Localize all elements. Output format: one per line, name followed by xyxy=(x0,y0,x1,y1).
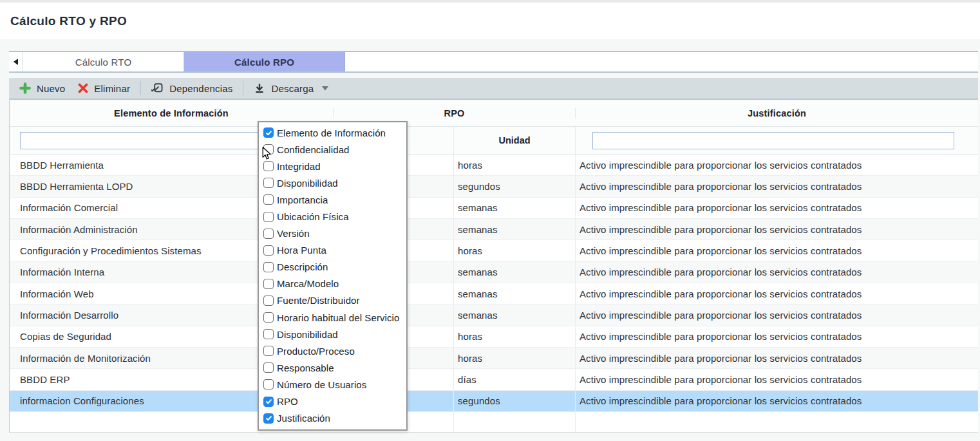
x-icon xyxy=(78,83,88,93)
column-menu-item-label: Horario habitual del Servicio xyxy=(277,312,400,323)
checkbox-checked-icon[interactable] xyxy=(263,397,274,407)
column-menu-item[interactable]: Marca/Modelo xyxy=(259,276,406,292)
cell-unidad: segundos xyxy=(454,176,576,196)
title-bar: Cálculo RTO y RPO xyxy=(0,3,980,39)
column-menu-item-label: Importancia xyxy=(277,194,328,205)
table-row[interactable]: Información ComercialsemanasActivo impre… xyxy=(10,198,978,219)
column-menu-item[interactable]: RPO xyxy=(259,393,406,410)
triangle-left-icon xyxy=(14,59,19,65)
tab-calculo-rpo[interactable]: Cálculo RPO xyxy=(184,52,345,71)
delete-button[interactable]: Eliminar xyxy=(78,83,130,94)
checkbox-unchecked-icon[interactable] xyxy=(263,379,274,389)
column-menu-item-label: Fuente/Distribuidor xyxy=(277,295,360,306)
cell-justificacion: Activo imprescindible para proporcionar … xyxy=(576,198,978,218)
table-row[interactable]: BBDD ERPdíasActivo imprescindible para p… xyxy=(10,369,978,390)
column-menu-item[interactable]: Disponibilidad xyxy=(259,174,406,191)
filter-cell-justificacion xyxy=(576,127,978,154)
cell-unidad: días xyxy=(454,369,576,389)
cell-justificacion: Activo imprescindible para proporcionar … xyxy=(576,262,978,283)
cell-unidad: segundos xyxy=(454,391,576,411)
column-menu-item[interactable]: Descripción xyxy=(259,259,406,276)
table-row[interactable]: BBDD HerramientahorasActivo imprescindib… xyxy=(10,155,978,176)
column-menu-item[interactable]: Elemento de Información xyxy=(259,124,406,141)
checkbox-unchecked-icon[interactable] xyxy=(263,312,274,323)
cell-unidad: horas xyxy=(454,240,576,261)
checkbox-unchecked-icon[interactable] xyxy=(263,262,274,272)
cell-justificacion: Activo imprescindible para proporcionar … xyxy=(576,155,978,175)
cell-unidad xyxy=(454,412,576,432)
download-button-label: Descarga xyxy=(271,83,314,94)
table-row[interactable]: Información DesarrollosemanasActivo impr… xyxy=(10,305,978,326)
column-menu-item[interactable]: Importancia xyxy=(259,191,406,208)
chevron-down-icon xyxy=(322,86,328,91)
download-button[interactable]: Descarga xyxy=(254,82,328,94)
column-header-elemento[interactable]: Elemento de Información xyxy=(10,108,334,118)
tab-scroll-left-button[interactable] xyxy=(9,52,23,71)
toolbar-divider xyxy=(140,81,141,95)
checkbox-unchecked-icon[interactable] xyxy=(263,178,274,188)
column-menu-item[interactable]: Producto/Proceso xyxy=(259,342,406,359)
cell-unidad: horas xyxy=(454,348,576,368)
checkbox-unchecked-icon[interactable] xyxy=(263,144,274,155)
column-header-rpo[interactable]: RPO xyxy=(334,108,576,118)
justificacion-filter-input[interactable] xyxy=(592,132,954,149)
dependencies-button[interactable]: Dependencias xyxy=(151,82,232,95)
toolbar: Nuevo Eliminar Dependencias Descarga xyxy=(9,78,978,100)
column-menu-item[interactable]: Integridad xyxy=(259,158,406,174)
column-menu-item[interactable]: Ubicación Física xyxy=(259,208,406,225)
checkbox-unchecked-icon[interactable] xyxy=(263,362,274,373)
column-menu-item[interactable]: Hora Punta xyxy=(259,242,406,259)
checkbox-unchecked-icon[interactable] xyxy=(263,229,274,239)
table-row[interactable]: Información de MonitorizaciónhorasActivo… xyxy=(10,348,978,369)
column-menu-item-label: Confidencialidad xyxy=(277,144,350,155)
column-menu-item-label: Disponibilidad xyxy=(277,178,338,189)
checkbox-unchecked-icon[interactable] xyxy=(263,161,274,171)
cell-justificacion: Activo imprescindible para proporcionar … xyxy=(576,283,978,304)
column-menu-item-label: Integridad xyxy=(277,161,321,172)
table-row[interactable]: informacion ConfiguracionessegundosActiv… xyxy=(10,391,978,412)
checkbox-unchecked-icon[interactable] xyxy=(263,279,274,289)
tab-calculo-rto[interactable]: Cálculo RTO xyxy=(23,52,184,71)
delete-button-label: Eliminar xyxy=(94,83,130,94)
column-menu-item[interactable]: Responsable xyxy=(259,359,406,376)
new-button[interactable]: Nuevo xyxy=(19,82,65,94)
table-row[interactable]: Configuración y Procedimientos Sistemash… xyxy=(10,240,978,261)
dependencies-button-label: Dependencias xyxy=(169,83,232,94)
column-menu-item-label: Descripción xyxy=(277,261,328,272)
cell-justificacion: Activo imprescindible para proporcionar … xyxy=(576,176,978,196)
checkbox-unchecked-icon[interactable] xyxy=(263,346,274,356)
table-row[interactable]: Copias de SeguridadhorasActivo imprescin… xyxy=(10,326,978,348)
column-menu-item[interactable]: Número de Usuarios xyxy=(259,376,406,393)
column-menu-item[interactable]: Fuente/Distribuidor xyxy=(259,292,406,309)
table-row[interactable]: Información AdministraciónsemanasActivo … xyxy=(10,219,978,240)
cell-unidad: semanas xyxy=(454,305,576,325)
cell-unidad: horas xyxy=(454,155,576,175)
column-menu-item[interactable]: Justificación xyxy=(259,410,406,427)
column-menu-item[interactable]: Horario habitual del Servicio xyxy=(259,309,406,326)
column-menu-item-label: RPO xyxy=(277,396,298,407)
cell-unidad: semanas xyxy=(454,283,576,304)
page-title: Cálculo RTO y RPO xyxy=(10,14,127,28)
column-header-justificacion[interactable]: Justificación xyxy=(576,108,978,118)
checkbox-checked-icon[interactable] xyxy=(263,413,274,424)
table-row[interactable]: BBDD Herramienta LOPDsegundosActivo impr… xyxy=(10,176,978,197)
table-row[interactable]: Información WebsemanasActivo imprescindi… xyxy=(10,283,978,305)
column-menu-item[interactable]: Confidencialidad xyxy=(259,141,406,158)
cell-unidad: horas xyxy=(454,326,576,347)
table-row[interactable]: Información InternasemanasActivo impresc… xyxy=(10,262,978,283)
checkbox-unchecked-icon[interactable] xyxy=(263,212,274,222)
column-menu-item-label: Disponibilidad xyxy=(277,329,338,340)
checkbox-checked-icon[interactable] xyxy=(263,127,274,138)
checkbox-unchecked-icon[interactable] xyxy=(263,194,274,205)
column-menu-item[interactable]: Disponibilidad xyxy=(259,326,406,342)
cell-justificacion: Activo imprescindible para proporcionar … xyxy=(576,305,978,325)
column-menu-item-label: Marca/Modelo xyxy=(277,278,339,289)
column-menu-item[interactable]: Versión xyxy=(259,225,406,242)
checkbox-unchecked-icon[interactable] xyxy=(263,245,274,256)
checkbox-unchecked-icon[interactable] xyxy=(263,296,274,306)
subcolumn-header-unidad[interactable]: Unidad xyxy=(454,127,576,154)
cell-justificacion: Activo imprescindible para proporcionar … xyxy=(576,348,978,368)
cell-justificacion: Activo imprescindible para proporcionar … xyxy=(576,369,978,389)
new-button-label: Nuevo xyxy=(37,83,65,94)
checkbox-unchecked-icon[interactable] xyxy=(263,329,274,339)
